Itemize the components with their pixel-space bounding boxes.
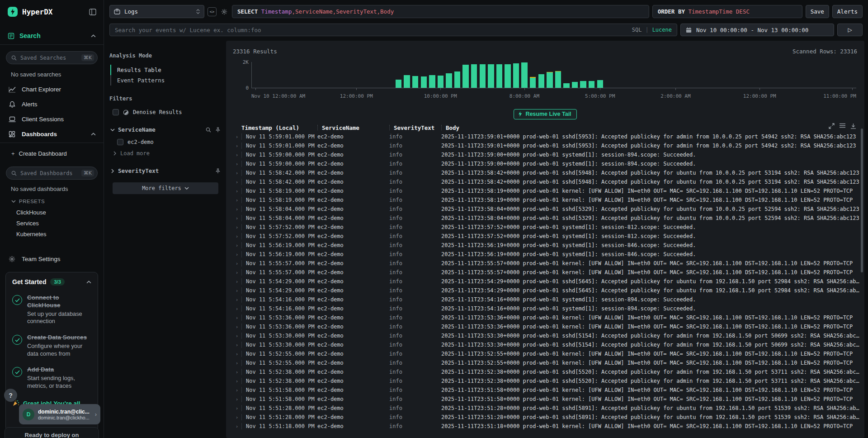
table-row[interactable]: › Nov 11 5:53:30.000 PM ec2-demo info 20… — [232, 340, 864, 349]
row-expand-chevron[interactable]: › — [232, 288, 241, 294]
row-expand-chevron[interactable]: › — [232, 387, 241, 393]
table-row[interactable]: › Nov 11 5:51:58.000 PM ec2-demo info 20… — [232, 386, 864, 395]
pin-icon[interactable] — [215, 127, 221, 133]
row-expand-chevron[interactable]: › — [232, 170, 241, 176]
table-row[interactable]: › Nov 11 5:51:58.000 PM ec2-demo info 20… — [232, 395, 864, 404]
sidebar-item-team-settings[interactable]: Team Settings — [0, 252, 104, 267]
row-expand-chevron[interactable]: › — [232, 424, 241, 429]
table-row[interactable]: › Nov 11 5:58:42.000 PM ec2-demo info 20… — [232, 168, 864, 177]
pin-icon[interactable] — [215, 168, 221, 174]
row-expand-chevron[interactable]: › — [232, 270, 241, 276]
table-row[interactable]: › Nov 11 5:59:00.000 PM ec2-demo info 20… — [232, 159, 864, 168]
row-expand-chevron[interactable]: › — [232, 161, 241, 167]
table-row[interactable]: › Nov 11 5:52:55.000 PM ec2-demo info 20… — [232, 358, 864, 367]
histogram-bar[interactable] — [538, 74, 544, 88]
deploy-banner[interactable]: Ready to deploy on — [5, 427, 99, 438]
lucene-mode-toggle[interactable]: Lucene — [652, 27, 672, 33]
row-expand-chevron[interactable]: › — [232, 188, 241, 194]
events-histogram[interactable]: 2K 0 Nov 10 12:00:00 AM12:00:00 PM10:00:… — [231, 59, 858, 99]
preset-item[interactable]: Kubernetes — [0, 229, 104, 240]
row-expand-chevron[interactable]: › — [232, 405, 241, 411]
tab-results-table[interactable]: Results Table — [110, 65, 222, 75]
row-expand-chevron[interactable]: › — [232, 351, 241, 357]
event-search-bar[interactable]: SQL | Lucene — [109, 24, 677, 36]
table-row[interactable]: › Nov 11 5:59:01.000 PM ec2-demo info 20… — [232, 141, 864, 150]
sql-mode-toggle[interactable]: SQL — [632, 27, 642, 33]
sidebar-item-search[interactable]: Search — [0, 30, 104, 41]
row-expand-chevron[interactable]: › — [232, 279, 241, 285]
histogram-bar[interactable] — [530, 77, 536, 88]
table-row[interactable]: › Nov 11 5:58:04.000 PM ec2-demo info 20… — [232, 214, 864, 223]
filter-search-icon[interactable] — [206, 127, 211, 133]
histogram-bar[interactable] — [580, 81, 586, 88]
sidebar-item-alerts[interactable]: Alerts — [0, 97, 104, 112]
denoise-results-toggle[interactable]: Denoise Results — [113, 109, 222, 115]
histogram-bar[interactable] — [412, 76, 418, 88]
histogram-bar[interactable] — [471, 64, 477, 88]
table-row[interactable]: › Nov 11 5:54:29.000 PM ec2-demo info 20… — [232, 277, 864, 286]
filter-group-severitytext[interactable]: SeverityText — [110, 167, 221, 174]
row-expand-chevron[interactable]: › — [232, 143, 241, 149]
row-expand-chevron[interactable]: › — [232, 134, 241, 140]
histogram-bar[interactable] — [505, 64, 510, 88]
histogram-bar[interactable] — [555, 71, 561, 88]
table-row[interactable]: › Nov 11 5:51:28.000 PM ec2-demo info 20… — [232, 413, 864, 422]
row-expand-chevron[interactable]: › — [232, 324, 241, 330]
row-expand-chevron[interactable]: › — [232, 315, 241, 321]
sidebar-item-dashboards[interactable]: Dashboards — [0, 127, 104, 142]
more-filters-button[interactable]: More filters — [113, 182, 218, 194]
chevron-up-icon[interactable] — [91, 34, 96, 38]
histogram-bar[interactable] — [572, 82, 578, 88]
histogram-bar[interactable] — [429, 75, 435, 88]
histogram-bar[interactable] — [480, 64, 486, 88]
table-row[interactable]: › Nov 11 5:54:29.000 PM ec2-demo info 20… — [232, 286, 864, 295]
help-button[interactable]: ? — [4, 389, 17, 402]
user-menu[interactable]: D dominic.tran@clic... dominic.tran@clic… — [19, 404, 100, 424]
preset-item[interactable]: ClickHouse — [0, 207, 104, 218]
row-expand-chevron[interactable]: › — [232, 252, 241, 257]
row-expand-chevron[interactable]: › — [232, 396, 241, 402]
chevron-up-icon[interactable] — [86, 281, 91, 284]
histogram-bars[interactable] — [251, 62, 856, 88]
source-select[interactable]: Logs — [109, 5, 204, 18]
histogram-bar[interactable] — [396, 80, 401, 88]
column-header-servicename[interactable]: ServiceName — [317, 124, 389, 131]
histogram-bar[interactable] — [462, 65, 468, 88]
saved-dashboards-input[interactable]: Saved Dashboards ⌘K — [6, 167, 98, 180]
table-row[interactable]: › Nov 11 5:56:19.000 PM ec2-demo info 20… — [232, 250, 864, 259]
table-row[interactable]: › Nov 11 5:55:57.000 PM ec2-demo info 20… — [232, 259, 864, 268]
preset-item[interactable]: Services — [0, 218, 104, 229]
table-row[interactable]: › Nov 11 5:57:52.000 PM ec2-demo info 20… — [232, 223, 864, 232]
histogram-bar[interactable] — [454, 71, 460, 88]
source-settings-gear-icon[interactable] — [220, 7, 229, 16]
get-started-step[interactable]: Add Data Start sending logs, metrics, or… — [12, 366, 91, 390]
row-expand-chevron[interactable]: › — [232, 261, 241, 267]
create-dashboard-button[interactable]: + Create Dashboard — [0, 147, 104, 160]
row-expand-chevron[interactable]: › — [232, 414, 241, 420]
histogram-bar[interactable] — [513, 63, 519, 88]
download-icon[interactable] — [850, 123, 856, 129]
filter-value-ec2-demo[interactable]: ec2-demo — [117, 139, 222, 145]
table-row[interactable]: › Nov 11 5:59:00.000 PM ec2-demo info 20… — [232, 150, 864, 159]
expand-table-icon[interactable] — [829, 123, 835, 129]
column-resize-handle[interactable] — [441, 125, 442, 130]
search-input[interactable] — [115, 27, 628, 33]
resume-live-tail-button[interactable]: Resume Live Tail — [514, 109, 576, 119]
filter-group-servicename[interactable]: ServiceName — [110, 126, 221, 133]
column-resize-handle[interactable] — [389, 125, 390, 130]
table-row[interactable]: › Nov 11 5:53:36.000 PM ec2-demo info 20… — [232, 322, 864, 331]
table-row[interactable]: › Nov 11 5:58:19.000 PM ec2-demo info 20… — [232, 186, 864, 195]
histogram-bar[interactable] — [438, 76, 443, 88]
column-header-severitytext[interactable]: SeverityText — [389, 124, 441, 131]
row-expand-chevron[interactable]: › — [232, 206, 241, 212]
histogram-bar[interactable] — [404, 75, 410, 88]
row-expand-chevron[interactable]: › — [232, 152, 241, 158]
table-scrollbar[interactable] — [861, 129, 863, 272]
row-expand-chevron[interactable]: › — [232, 306, 241, 312]
code-brackets-icon[interactable]: <> — [208, 7, 217, 16]
histogram-bar[interactable] — [496, 64, 502, 88]
table-row[interactable]: › Nov 11 5:53:36.000 PM ec2-demo info 20… — [232, 313, 864, 322]
histogram-bar[interactable] — [488, 64, 494, 88]
row-density-icon[interactable] — [840, 123, 845, 129]
row-expand-chevron[interactable]: › — [232, 179, 241, 185]
